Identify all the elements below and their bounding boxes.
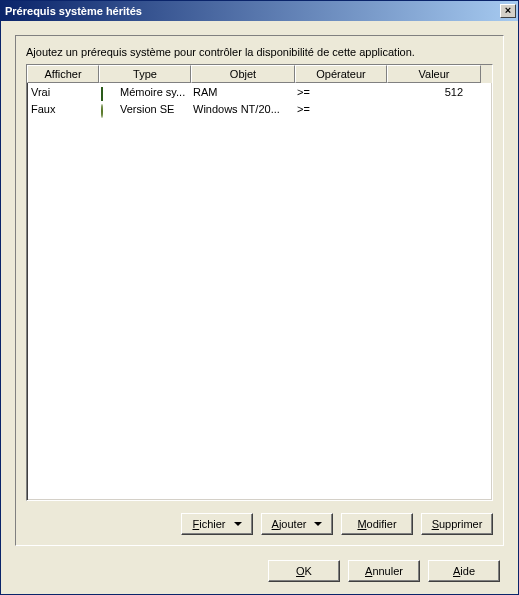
button-label: Supprimer: [432, 518, 483, 530]
cell-objet: Windows NT/20...: [191, 101, 295, 118]
annuler-button[interactable]: Annuler: [348, 560, 420, 582]
cell-valeur: [387, 101, 481, 118]
table-row[interactable]: Faux Version SE Windows NT/20... >=: [27, 101, 492, 118]
ok-button[interactable]: OK: [268, 560, 340, 582]
chevron-down-icon: [234, 522, 242, 526]
prerequisites-list[interactable]: Afficher Type Objet Opérateur Valeur Vra…: [26, 64, 493, 501]
column-header-type[interactable]: Type: [99, 65, 191, 83]
titlebar: Prérequis système hérités ×: [1, 1, 518, 21]
panel-button-row: Fichier Ajouter Modifier Supprimer: [26, 513, 493, 535]
column-header-operateur[interactable]: Opérateur: [295, 65, 387, 83]
modifier-button[interactable]: Modifier: [341, 513, 413, 535]
chevron-down-icon: [314, 522, 322, 526]
globe-icon: [101, 103, 117, 117]
cell-operateur: >=: [295, 84, 387, 101]
content-area: Ajoutez un prérequis système pour contrô…: [1, 21, 518, 594]
cell-type: Mémoire sy...: [99, 84, 191, 101]
ajouter-button[interactable]: Ajouter: [261, 513, 333, 535]
cell-objet: RAM: [191, 84, 295, 101]
supprimer-button[interactable]: Supprimer: [421, 513, 493, 535]
main-panel: Ajoutez un prérequis système pour contrô…: [15, 35, 504, 546]
cell-afficher: Vrai: [27, 84, 99, 101]
column-header-objet[interactable]: Objet: [191, 65, 295, 83]
column-header-valeur[interactable]: Valeur: [387, 65, 481, 83]
button-label: Annuler: [365, 565, 403, 577]
type-label: Mémoire sy...: [120, 84, 185, 101]
list-rows: Vrai Mémoire sy... RAM >= 512 Faux: [27, 83, 492, 500]
list-header-row: Afficher Type Objet Opérateur Valeur: [27, 65, 492, 83]
button-label: Modifier: [357, 518, 396, 530]
button-label: Fichier: [192, 518, 225, 530]
button-label: OK: [296, 565, 312, 577]
cell-afficher: Faux: [27, 101, 99, 118]
dialog-window: Prérequis système hérités × Ajoutez un p…: [0, 0, 519, 595]
cell-valeur: 512: [387, 84, 481, 101]
instruction-text: Ajoutez un prérequis système pour contrô…: [26, 46, 493, 58]
button-label: Aide: [453, 565, 475, 577]
window-title: Prérequis système hérités: [5, 5, 500, 17]
column-header-afficher[interactable]: Afficher: [27, 65, 99, 83]
dialog-button-row: OK Annuler Aide: [15, 560, 504, 582]
type-label: Version SE: [120, 101, 174, 118]
close-button[interactable]: ×: [500, 4, 516, 18]
button-label: Ajouter: [272, 518, 307, 530]
fichier-button[interactable]: Fichier: [181, 513, 253, 535]
cell-type: Version SE: [99, 101, 191, 118]
aide-button[interactable]: Aide: [428, 560, 500, 582]
memory-icon: [101, 86, 117, 100]
cell-operateur: >=: [295, 101, 387, 118]
table-row[interactable]: Vrai Mémoire sy... RAM >= 512: [27, 84, 492, 101]
